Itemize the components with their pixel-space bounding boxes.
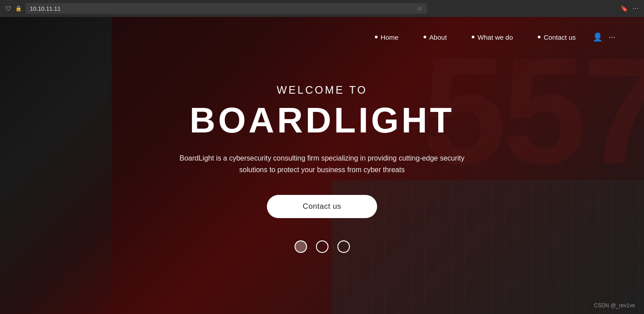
watermark: CSDN @_rev1ve: [594, 302, 635, 309]
nav-home-label: Home: [381, 33, 399, 41]
nav-dot-contact: [538, 36, 540, 38]
nav-what-we-do[interactable]: What we do: [459, 31, 525, 44]
user-icon[interactable]: 👤: [588, 29, 607, 45]
website: 557 Home About What we do Contact us 👤 ⋯…: [0, 17, 644, 314]
browser-actions: 🔖 ⋯: [620, 5, 639, 12]
navbar: Home About What we do Contact us 👤 ⋯: [0, 17, 644, 57]
carousel-dot-3[interactable]: [337, 240, 350, 253]
contact-us-button[interactable]: Contact us: [267, 195, 377, 218]
url-text: 10.10.11.11: [30, 5, 61, 12]
hero-welcome: WELCOME TO: [277, 84, 367, 96]
star-icon[interactable]: ☆: [417, 5, 423, 12]
hero-content: WELCOME TO BOARDLIGHT BoardLight is a cy…: [0, 57, 644, 218]
nav-about-label: About: [429, 33, 447, 41]
carousel-dot-2[interactable]: [316, 240, 328, 253]
carousel-dots: [0, 240, 644, 253]
nav-what-label: What we do: [478, 33, 513, 41]
lock-icon: 🔒: [15, 5, 22, 12]
bookmark-icon[interactable]: 🔖: [620, 5, 628, 12]
menu-icon[interactable]: ⋯: [632, 5, 639, 12]
nav-home[interactable]: Home: [362, 31, 411, 44]
hero-title: BOARDLIGHT: [190, 101, 454, 140]
nav-dot-about: [424, 36, 426, 38]
nav-dot-home: [375, 36, 378, 38]
nav-extra[interactable]: ⋯: [607, 30, 617, 44]
hero-description: BoardLight is a cybersecurity consulting…: [166, 153, 478, 175]
carousel-dot-1[interactable]: [295, 240, 307, 253]
nav-contact[interactable]: Contact us: [525, 31, 588, 44]
shield-icon: 🛡: [5, 5, 12, 12]
nav-dot-what: [472, 36, 474, 38]
url-bar[interactable]: 10.10.11.11 ☆: [25, 3, 427, 14]
browser-chrome: 🛡 🔒 10.10.11.11 ☆ 🔖 ⋯: [0, 0, 644, 17]
nav-contact-label: Contact us: [544, 33, 576, 41]
nav-about[interactable]: About: [411, 31, 459, 44]
